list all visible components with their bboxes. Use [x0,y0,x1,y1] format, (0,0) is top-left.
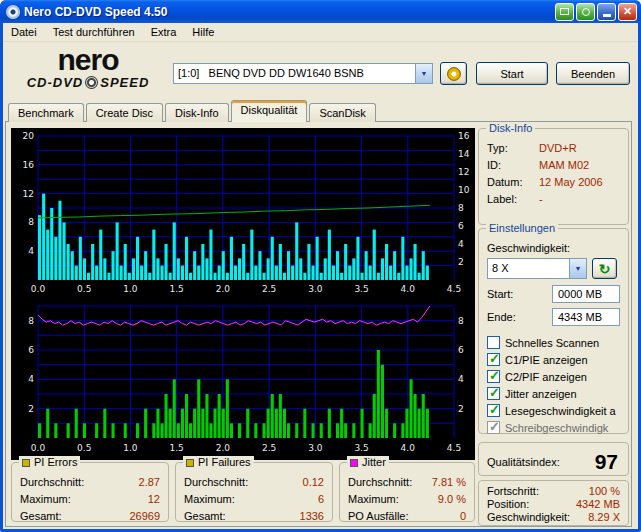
pif-avg-value: 0.12 [303,474,324,491]
svg-text:2.0: 2.0 [216,443,231,453]
pif-total-value: 1336 [300,508,324,525]
chevron-down-icon[interactable]: ▼ [569,259,586,278]
refresh-icon: ↻ [599,262,611,276]
svg-text:0.0: 0.0 [31,284,46,294]
checkbox-box[interactable] [487,404,500,417]
svg-text:2.5: 2.5 [262,284,276,294]
tab-create-disc[interactable]: Create Disc [86,103,163,122]
svg-text:8: 8 [28,316,34,326]
svg-text:3.0: 3.0 [308,443,323,453]
quality-chart-panel: 201612841614121086420.00.51.01.52.02.53.… [11,128,475,460]
tab-benchmark[interactable]: Benchmark [8,103,84,122]
svg-text:4.0: 4.0 [401,443,416,453]
minimize-button[interactable] [597,3,616,21]
close-icon: ✕ [623,5,632,18]
svg-text:4.5: 4.5 [447,443,461,453]
titlebar-extra-button-2[interactable] [576,3,595,21]
svg-text:8: 8 [28,217,34,227]
svg-text:0.5: 0.5 [77,443,91,453]
disc-eject-icon [447,67,461,81]
checkbox-box[interactable] [487,336,500,349]
jitter-group: Jitter Durchschnitt:7.81 % Maximum:9.0 %… [339,462,475,522]
pi-errors-legend-icon [22,459,30,467]
pif-jitter-chart: 864286420.00.51.01.52.02.53.03.54.04.5 [11,300,475,460]
eject-disc-button[interactable] [440,62,467,85]
close-button[interactable]: ✕ [618,3,637,21]
menu-item-extra[interactable]: Extra [143,24,185,40]
chevron-down-icon[interactable]: ▼ [415,64,432,83]
logo-wordmark: nero [9,45,167,75]
settings-group-title: Einstellungen [486,222,558,235]
svg-text:3.5: 3.5 [354,443,368,453]
svg-text:0.0: 0.0 [31,443,46,453]
window-title: Nero CD-DVD Speed 4.50 [24,5,553,19]
end-position-field[interactable]: 4343 MB [552,308,620,326]
jitter-avg-value: 7.81 % [432,474,466,491]
tab-scandisk[interactable]: ScanDisk [309,103,375,122]
pi-errors-group-title: PI Errors [34,456,77,469]
disk-info-group: Disk-Info Typ:DVD+R ID:MAM M02 Datum:12 … [478,128,629,225]
tab-diskqualitaet[interactable]: Diskqualität [231,100,308,122]
svg-text:4: 4 [28,374,34,384]
jitter-legend-icon [350,459,358,467]
checkbox-jitter[interactable]: Jitter anzeigen [487,385,620,402]
svg-text:1.5: 1.5 [170,443,184,453]
checkbox-box[interactable] [487,353,500,366]
checkbox-c2-pif[interactable]: C2/PIF anzeigen [487,368,620,385]
jitter-group-title: Jitter [362,456,386,469]
screen-icon [560,8,569,15]
client-area: Datei Test durchführen Extra Hilfe nero … [3,23,638,529]
end-position-label: Ende: [487,309,516,326]
start-position-label: Start: [487,286,513,303]
speed-combobox[interactable]: 8 X ▼ [487,258,587,279]
checkbox-box[interactable] [487,387,500,400]
pi-failures-group: PI Failures Durchschnitt:0.12 Maximum:6 … [175,462,333,522]
checkbox-box[interactable] [487,421,500,434]
menu-item-test-durchfuehren[interactable]: Test durchführen [45,24,143,40]
svg-text:1.0: 1.0 [123,284,138,294]
svg-text:8: 8 [458,203,464,213]
position-value: 4342 MB [576,498,620,511]
svg-text:1.5: 1.5 [170,284,184,294]
tab-disk-info[interactable]: Disk-Info [165,103,228,122]
drive-select-value: [1:0] BENQ DVD DD DW1640 BSNB [174,64,415,83]
disc-id-value: MAM M02 [539,157,589,174]
pi-failures-legend-icon [186,459,194,467]
progress-value: 100 % [589,485,620,498]
menu-item-hilfe[interactable]: Hilfe [184,24,222,40]
menu-item-datei[interactable]: Datei [3,24,45,40]
app-window: Nero CD-DVD Speed 4.50 ✕ Datei Test durc… [0,0,641,532]
checkbox-c1-pie[interactable]: C1/PIE anzeigen [487,351,620,368]
start-button[interactable]: Start [476,62,548,85]
logo-subtitle: CD-DVD SPEED [9,75,167,90]
titlebar-extra-button-1[interactable] [555,3,574,21]
header: nero CD-DVD SPEED [1:0] BENQ DVD DD DW16… [3,43,638,100]
start-position-field[interactable]: 0000 MB [552,285,620,303]
svg-text:6: 6 [28,345,34,355]
svg-text:4.0: 4.0 [401,284,416,294]
svg-text:3.5: 3.5 [354,284,368,294]
disc-type-value: DVD+R [539,140,577,157]
quit-button[interactable]: Beenden [556,62,630,85]
checkbox-fast-scan[interactable]: Schnelles Scannen [487,334,620,351]
titlebar[interactable]: Nero CD-DVD Speed 4.50 ✕ [0,0,641,23]
drive-select-combobox[interactable]: [1:0] BENQ DVD DD DW1640 BSNB ▼ [173,63,433,84]
pie-avg-value: 2.87 [139,474,160,491]
pi-failures-group-title: PI Failures [198,456,251,469]
pi-errors-group: PI Errors Durchschnitt:2.87 Maximum:12 G… [11,462,169,522]
quality-index-value: 97 [595,451,618,472]
checkbox-write-speed[interactable]: Schreibgeschwindigk [487,419,620,436]
current-speed-value: 8.29 X [588,511,620,524]
disc-label-value: - [539,191,543,208]
checkbox-box[interactable] [487,370,500,383]
checkbox-read-speed[interactable]: Lesegeschwindigkeit a [487,402,620,419]
svg-text:10: 10 [458,185,470,195]
disc-quality-tab-panel: 201612841614121086420.00.51.01.52.02.53.… [5,121,632,527]
tab-strip: Benchmark Create Disc Disk-Info Diskqual… [8,100,378,122]
svg-text:2: 2 [458,257,464,267]
progress-group: Fortschritt:100 % Position:4342 MB Gesch… [478,480,629,526]
refresh-speed-button[interactable]: ↻ [592,258,617,279]
pie-total-value: 26969 [129,508,160,525]
speed-value: 8 X [488,259,569,278]
svg-text:6: 6 [458,345,464,355]
